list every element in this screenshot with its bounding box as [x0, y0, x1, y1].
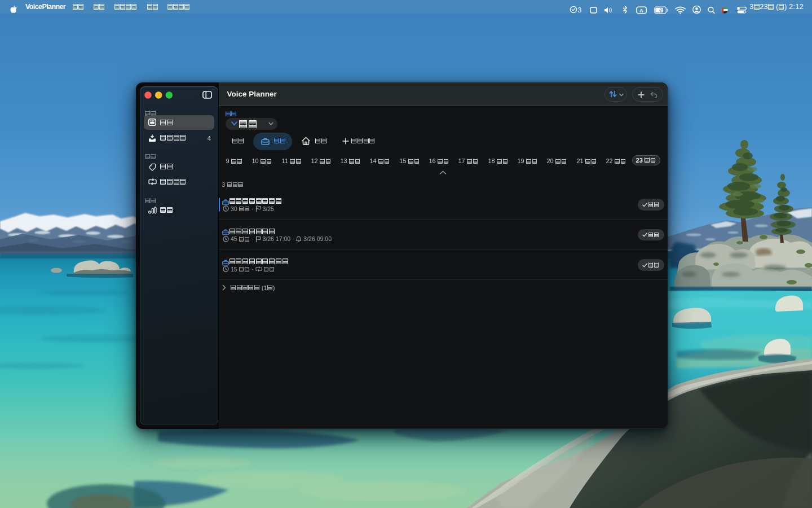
svg-text:3: 3 — [578, 6, 582, 14]
svg-text:A: A — [639, 7, 643, 13]
